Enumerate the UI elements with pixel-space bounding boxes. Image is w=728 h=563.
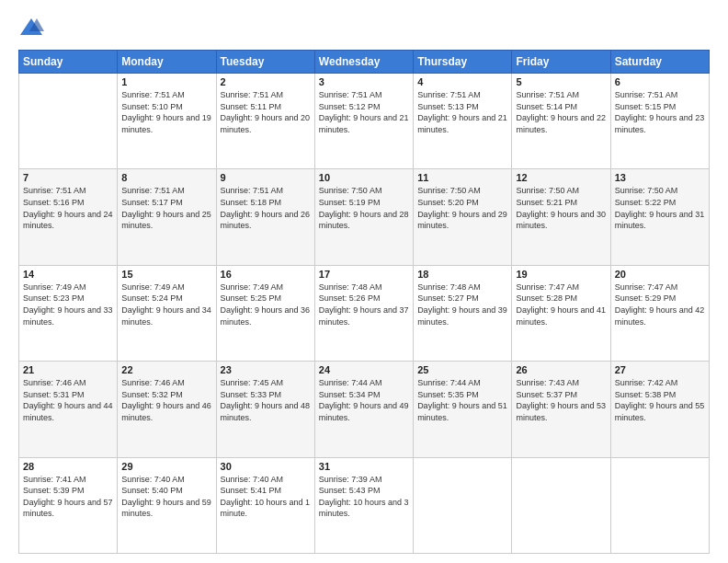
day-number: 15 — [121, 269, 211, 280]
day-info: Sunrise: 7:51 AMSunset: 5:13 PMDaylight:… — [417, 89, 507, 135]
day-info: Sunrise: 7:44 AMSunset: 5:34 PMDaylight:… — [319, 377, 409, 423]
weekday-header: Monday — [118, 51, 216, 74]
calendar-day-cell: 26Sunrise: 7:43 AMSunset: 5:37 PMDayligh… — [512, 362, 610, 457]
day-number: 13 — [615, 172, 705, 183]
calendar-day-cell: 30Sunrise: 7:40 AMSunset: 5:41 PMDayligh… — [216, 457, 314, 553]
day-info: Sunrise: 7:43 AMSunset: 5:37 PMDaylight:… — [516, 377, 606, 423]
calendar-day-cell: 7Sunrise: 7:51 AMSunset: 5:16 PMDaylight… — [19, 169, 118, 265]
calendar-day-cell: 25Sunrise: 7:44 AMSunset: 5:35 PMDayligh… — [414, 362, 512, 457]
calendar-day-cell: 29Sunrise: 7:40 AMSunset: 5:40 PMDayligh… — [118, 457, 216, 553]
day-number: 18 — [417, 269, 507, 280]
logo-icon — [18, 15, 44, 40]
day-number: 17 — [319, 269, 409, 280]
day-number: 2 — [221, 76, 311, 87]
calendar-day-cell: 4Sunrise: 7:51 AMSunset: 5:13 PMDaylight… — [414, 74, 512, 169]
calendar-day-cell: 6Sunrise: 7:51 AMSunset: 5:15 PMDaylight… — [610, 74, 709, 169]
day-info: Sunrise: 7:50 AMSunset: 5:21 PMDaylight:… — [516, 185, 606, 231]
day-number: 21 — [23, 364, 113, 375]
day-number: 5 — [516, 76, 606, 87]
day-info: Sunrise: 7:41 AMSunset: 5:39 PMDaylight:… — [23, 474, 113, 520]
calendar-week-row: 14Sunrise: 7:49 AMSunset: 5:23 PMDayligh… — [19, 265, 710, 361]
day-info: Sunrise: 7:49 AMSunset: 5:25 PMDaylight:… — [221, 282, 311, 327]
calendar-day-cell: 19Sunrise: 7:47 AMSunset: 5:28 PMDayligh… — [512, 265, 610, 361]
calendar-day-cell: 16Sunrise: 7:49 AMSunset: 5:25 PMDayligh… — [216, 265, 314, 361]
day-number: 11 — [417, 172, 507, 183]
day-number: 24 — [319, 364, 409, 375]
calendar-day-cell: 20Sunrise: 7:47 AMSunset: 5:29 PMDayligh… — [610, 265, 709, 361]
day-info: Sunrise: 7:50 AMSunset: 5:19 PMDaylight:… — [319, 185, 409, 231]
day-number: 20 — [615, 269, 705, 280]
calendar-week-row: 28Sunrise: 7:41 AMSunset: 5:39 PMDayligh… — [19, 457, 710, 553]
day-number: 8 — [121, 172, 211, 183]
calendar-day-cell: 17Sunrise: 7:48 AMSunset: 5:26 PMDayligh… — [314, 265, 413, 361]
calendar-table: SundayMondayTuesdayWednesdayThursdayFrid… — [18, 50, 710, 554]
day-number: 19 — [516, 269, 606, 280]
day-info: Sunrise: 7:50 AMSunset: 5:20 PMDaylight:… — [417, 185, 507, 231]
day-info: Sunrise: 7:46 AMSunset: 5:32 PMDaylight:… — [121, 377, 211, 423]
header — [18, 15, 710, 40]
day-number: 28 — [23, 461, 113, 472]
day-number: 23 — [221, 364, 311, 375]
day-info: Sunrise: 7:40 AMSunset: 5:40 PMDaylight:… — [121, 474, 211, 520]
calendar-day-cell: 14Sunrise: 7:49 AMSunset: 5:23 PMDayligh… — [19, 265, 118, 361]
day-info: Sunrise: 7:47 AMSunset: 5:29 PMDaylight:… — [615, 282, 705, 327]
calendar-day-cell: 9Sunrise: 7:51 AMSunset: 5:18 PMDaylight… — [216, 169, 314, 265]
day-info: Sunrise: 7:51 AMSunset: 5:17 PMDaylight:… — [121, 185, 211, 231]
day-info: Sunrise: 7:49 AMSunset: 5:24 PMDaylight:… — [121, 282, 211, 327]
day-info: Sunrise: 7:42 AMSunset: 5:38 PMDaylight:… — [615, 377, 705, 423]
calendar-day-cell — [512, 457, 610, 553]
day-info: Sunrise: 7:51 AMSunset: 5:15 PMDaylight:… — [615, 89, 705, 135]
day-number: 22 — [121, 364, 211, 375]
calendar-day-cell: 1Sunrise: 7:51 AMSunset: 5:10 PMDaylight… — [118, 74, 216, 169]
weekday-header: Wednesday — [314, 51, 413, 74]
calendar-day-cell: 21Sunrise: 7:46 AMSunset: 5:31 PMDayligh… — [19, 362, 118, 457]
calendar-day-cell: 23Sunrise: 7:45 AMSunset: 5:33 PMDayligh… — [216, 362, 314, 457]
day-number: 6 — [615, 76, 705, 87]
calendar-week-row: 7Sunrise: 7:51 AMSunset: 5:16 PMDaylight… — [19, 169, 710, 265]
calendar-day-cell: 2Sunrise: 7:51 AMSunset: 5:11 PMDaylight… — [216, 74, 314, 169]
calendar-day-cell: 11Sunrise: 7:50 AMSunset: 5:20 PMDayligh… — [414, 169, 512, 265]
calendar-day-cell — [610, 457, 709, 553]
calendar-day-cell: 22Sunrise: 7:46 AMSunset: 5:32 PMDayligh… — [118, 362, 216, 457]
day-number: 3 — [319, 76, 409, 87]
day-info: Sunrise: 7:39 AMSunset: 5:43 PMDaylight:… — [319, 474, 409, 520]
day-number: 26 — [516, 364, 606, 375]
day-info: Sunrise: 7:51 AMSunset: 5:16 PMDaylight:… — [23, 185, 113, 231]
calendar-day-cell: 27Sunrise: 7:42 AMSunset: 5:38 PMDayligh… — [610, 362, 709, 457]
day-number: 29 — [121, 461, 211, 472]
calendar-day-cell: 28Sunrise: 7:41 AMSunset: 5:39 PMDayligh… — [19, 457, 118, 553]
day-info: Sunrise: 7:48 AMSunset: 5:27 PMDaylight:… — [417, 282, 507, 327]
calendar-day-cell — [19, 74, 118, 169]
calendar-day-cell — [414, 457, 512, 553]
day-info: Sunrise: 7:40 AMSunset: 5:41 PMDaylight:… — [221, 474, 311, 520]
day-number: 27 — [615, 364, 705, 375]
day-info: Sunrise: 7:47 AMSunset: 5:28 PMDaylight:… — [516, 282, 606, 327]
day-number: 31 — [319, 461, 409, 472]
day-info: Sunrise: 7:45 AMSunset: 5:33 PMDaylight:… — [221, 377, 311, 423]
day-info: Sunrise: 7:51 AMSunset: 5:10 PMDaylight:… — [121, 89, 211, 135]
day-number: 10 — [319, 172, 409, 183]
day-info: Sunrise: 7:51 AMSunset: 5:14 PMDaylight:… — [516, 89, 606, 135]
weekday-header: Saturday — [610, 51, 709, 74]
day-info: Sunrise: 7:48 AMSunset: 5:26 PMDaylight:… — [319, 282, 409, 327]
calendar-day-cell: 8Sunrise: 7:51 AMSunset: 5:17 PMDaylight… — [118, 169, 216, 265]
day-number: 25 — [417, 364, 507, 375]
weekday-header: Tuesday — [216, 51, 314, 74]
day-number: 12 — [516, 172, 606, 183]
calendar-header-row: SundayMondayTuesdayWednesdayThursdayFrid… — [19, 51, 710, 74]
day-number: 1 — [121, 76, 211, 87]
day-number: 16 — [221, 269, 311, 280]
weekday-header: Friday — [512, 51, 610, 74]
calendar-day-cell: 15Sunrise: 7:49 AMSunset: 5:24 PMDayligh… — [118, 265, 216, 361]
day-info: Sunrise: 7:51 AMSunset: 5:18 PMDaylight:… — [221, 185, 311, 231]
day-number: 14 — [23, 269, 113, 280]
page: SundayMondayTuesdayWednesdayThursdayFrid… — [0, 0, 728, 563]
calendar-day-cell: 10Sunrise: 7:50 AMSunset: 5:19 PMDayligh… — [314, 169, 413, 265]
day-info: Sunrise: 7:46 AMSunset: 5:31 PMDaylight:… — [23, 377, 113, 423]
day-number: 9 — [221, 172, 311, 183]
calendar-day-cell: 5Sunrise: 7:51 AMSunset: 5:14 PMDaylight… — [512, 74, 610, 169]
calendar-day-cell: 13Sunrise: 7:50 AMSunset: 5:22 PMDayligh… — [610, 169, 709, 265]
day-info: Sunrise: 7:49 AMSunset: 5:23 PMDaylight:… — [23, 282, 113, 327]
day-info: Sunrise: 7:44 AMSunset: 5:35 PMDaylight:… — [417, 377, 507, 423]
calendar-day-cell: 31Sunrise: 7:39 AMSunset: 5:43 PMDayligh… — [314, 457, 413, 553]
